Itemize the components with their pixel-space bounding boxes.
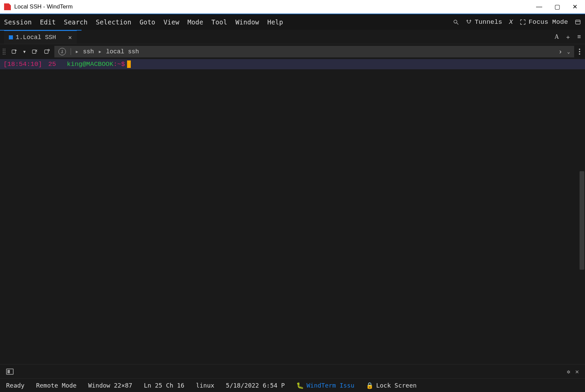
window-title: Local SSH - WindTerm [14,3,536,10]
svg-line-1 [457,23,458,24]
focus-mode-action[interactable]: Focus Mode [520,18,568,26]
menu-tool[interactable]: Tool [211,18,227,26]
caterpillar-icon: 🐛 [296,382,304,389]
separator [71,48,71,55]
menu-search[interactable]: Search [64,18,88,26]
panel-icon[interactable] [6,369,14,375]
svg-point-0 [454,20,457,23]
maximize-button[interactable]: ▢ [554,3,560,11]
panel-close-button[interactable]: ✕ [575,368,579,375]
search-icon [453,19,459,25]
titlebar: Local SSH - WindTerm — ▢ ✕ [0,0,585,14]
info-icon[interactable]: i [58,48,66,55]
tunnels-label: Tunnels [475,18,502,26]
new-session-button[interactable] [10,47,19,56]
toolbar-menu-button[interactable] [577,49,582,55]
focus-mode-label: Focus Mode [529,18,568,26]
x-action[interactable]: X [509,18,513,26]
app-icon [4,3,11,10]
font-button[interactable]: A [554,33,559,40]
status-cursor-pos: Ln 25 Ch 16 [144,382,184,389]
history-dropdown[interactable]: ⌄ [567,49,570,55]
status-datetime: 5/18/2022 6:54 P [226,382,285,389]
close-session-icon [32,49,38,55]
status-lock-label: Lock Screen [376,382,416,389]
svg-rect-7 [32,50,36,54]
menu-mode[interactable]: Mode [188,18,203,26]
tab-menu-button[interactable]: ≡ [577,34,581,40]
minimize-button[interactable]: — [536,3,542,11]
tab-close-button[interactable]: ✕ [68,34,72,41]
tab-actions: A ＋ ≡ [554,33,581,41]
menu-view[interactable]: View [163,18,179,26]
status-issues-label: WindTerm Issu [306,382,354,389]
statusbar: Ready Remote Mode Window 22×87 Ln 25 Ch … [0,378,585,392]
timestamp: [18:54:10] [3,59,42,69]
grip-handle[interactable] [3,49,5,55]
close-window-button[interactable]: ✕ [572,3,578,11]
panel-icon [575,19,581,25]
chevron-right-icon: ▶ [76,49,78,54]
go-button[interactable]: › [559,48,563,56]
menu-edit[interactable]: Edit [40,18,56,26]
svg-rect-10 [45,50,48,54]
tunnels-action[interactable]: Tunnels [466,18,502,26]
lock-icon: 🔒 [366,382,373,389]
new-tab-button[interactable]: ＋ [565,33,571,41]
status-os: linux [196,382,214,389]
panel-tabbar: ✲ ✕ [0,364,585,378]
chevron-right-icon: ▶ [99,49,101,54]
status-ready: Ready [6,382,24,389]
new-session-icon [11,49,17,55]
tab-local-ssh[interactable]: 1.Local SSH ✕ [4,30,77,44]
menu-selection[interactable]: Selection [96,18,131,26]
reconnect-button[interactable] [42,47,52,56]
terminal-line: [18:54:10] 25 king@MACBOOK:~$ [0,59,585,69]
search-action[interactable] [453,19,459,25]
menu-goto[interactable]: Goto [140,18,156,26]
menu-window[interactable]: Window [235,18,259,26]
close-session-button[interactable] [30,47,39,56]
cursor [127,60,131,68]
new-session-dropdown[interactable]: ▾ [22,47,27,56]
status-issues[interactable]: 🐛 WindTerm Issu [296,382,354,389]
status-lock-screen[interactable]: 🔒 Lock Screen [366,382,416,389]
menu-help[interactable]: Help [267,18,283,26]
status-remote-mode[interactable]: Remote Mode [36,382,76,389]
tunnel-icon [466,19,472,25]
reconnect-icon [44,49,50,55]
menubar: Session Edit Search Selection Goto View … [0,14,585,30]
svg-rect-2 [575,20,580,24]
window-controls: — ▢ ✕ [536,3,581,11]
tab-label: 1.Local SSH [16,34,56,41]
breadcrumb-ssh[interactable]: ssh [83,48,94,55]
status-window-size: Window 22×87 [88,382,132,389]
focus-icon [520,19,526,25]
tab-row: 1.Local SSH ✕ A ＋ ≡ [0,30,585,44]
line-number: 25 [48,59,56,69]
menu-session[interactable]: Session [4,18,32,26]
toolbar: ▾ i ▶ ssh ▶ local ssh › ⌄ [0,44,585,59]
panel-toggle-action[interactable] [575,19,581,25]
breadcrumb-local-ssh[interactable]: local ssh [106,48,139,55]
scrollbar-thumb[interactable] [580,171,584,270]
tab-indicator-icon [9,35,13,39]
panel-settings-button[interactable]: ✲ [567,368,570,375]
prompt-user-host: king@MACBOOK [67,59,113,69]
prompt-path: :~$ [113,59,125,69]
address-bar[interactable]: i ▶ ssh ▶ local ssh › ⌄ [54,46,574,57]
terminal[interactable]: [18:54:10] 25 king@MACBOOK:~$ [0,59,585,364]
